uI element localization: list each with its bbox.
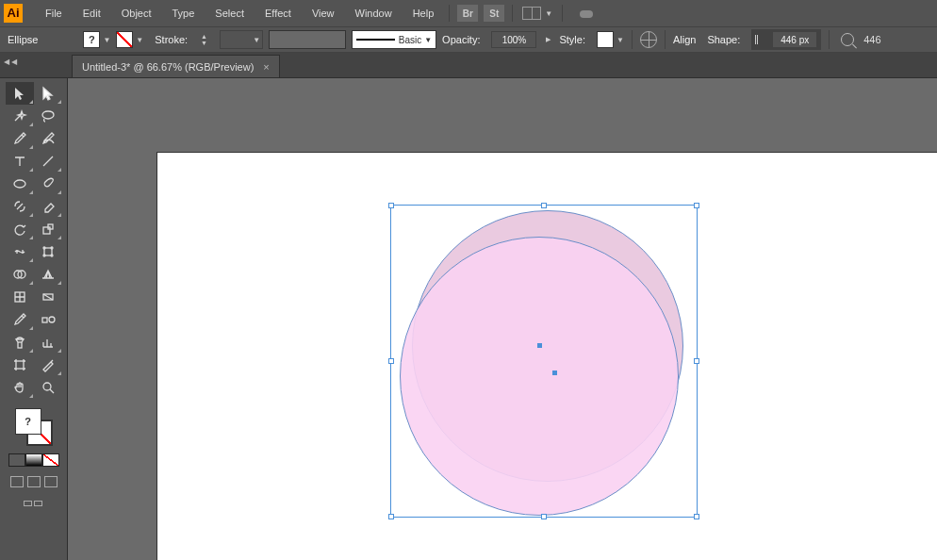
shape-builder-tool[interactable] <box>6 263 34 286</box>
stroke-weight-stepper[interactable]: ▲▼ <box>201 31 214 48</box>
menu-help[interactable]: Help <box>403 2 444 25</box>
symbol-sprayer-tool[interactable] <box>6 331 34 354</box>
resize-handle-bm[interactable] <box>541 514 547 519</box>
resize-handle-tm[interactable] <box>541 203 547 208</box>
separator <box>632 30 633 49</box>
shape-width-group: 446 px <box>751 29 821 50</box>
separator <box>829 30 830 49</box>
bridge-button[interactable]: Br <box>457 5 478 22</box>
ellipse-tool[interactable] <box>6 173 34 195</box>
paintbrush-tool[interactable] <box>34 173 62 195</box>
column-graph-tool[interactable] <box>34 331 62 354</box>
menu-select[interactable]: Select <box>205 2 254 25</box>
stroke-swatch[interactable]: ▼ <box>116 31 143 48</box>
menu-file[interactable]: File <box>36 2 72 25</box>
tools-panel: ? <box>0 77 68 560</box>
main-area: ? <box>0 77 937 560</box>
chevron-down-icon: ▼ <box>424 36 432 44</box>
canvas-area[interactable] <box>68 77 937 560</box>
type-tool[interactable] <box>6 150 34 173</box>
fill-stroke-control[interactable]: ? <box>13 406 55 448</box>
screen-mode-button[interactable] <box>24 501 44 516</box>
menu-view[interactable]: View <box>303 2 344 25</box>
menu-effect[interactable]: Effect <box>255 2 301 25</box>
document-tab[interactable]: Untitled-3* @ 66.67% (RGB/Preview) × <box>72 55 280 77</box>
magnifier-icon[interactable] <box>841 33 854 46</box>
opacity-label[interactable]: Opacity: <box>442 34 480 45</box>
layout-icon <box>522 7 541 20</box>
recolor-artwork-icon[interactable] <box>640 31 657 48</box>
tab-title: Untitled-3* @ 66.67% (RGB/Preview) <box>82 61 254 73</box>
draw-inside-icon[interactable] <box>44 476 58 487</box>
pen-tool[interactable] <box>6 127 34 150</box>
mesh-tool[interactable] <box>6 286 34 308</box>
variable-width-profile-combo[interactable] <box>269 30 346 49</box>
magic-wand-tool[interactable] <box>6 105 34 127</box>
chevron-down-icon: ▼ <box>136 36 143 44</box>
slice-tool[interactable] <box>34 354 62 376</box>
artboard-tool[interactable] <box>6 354 34 376</box>
fill-swatch-icon[interactable]: ? <box>15 408 41 435</box>
direct-selection-tool[interactable] <box>34 82 62 105</box>
draw-normal-icon[interactable] <box>10 476 24 487</box>
app-logo-icon: Ai <box>4 4 23 23</box>
resize-handle-br[interactable] <box>694 514 699 519</box>
style-label[interactable]: Style: <box>559 34 585 45</box>
eraser-tool[interactable] <box>34 195 62 218</box>
opacity-flyout[interactable]: ▶ <box>542 36 553 43</box>
resize-handle-ml[interactable] <box>388 358 394 364</box>
eyedropper-tool[interactable] <box>6 308 34 331</box>
resize-handle-tl[interactable] <box>388 203 394 208</box>
lasso-tool[interactable] <box>34 105 62 127</box>
menu-type[interactable]: Type <box>163 2 205 25</box>
draw-mode-row <box>10 476 58 487</box>
perspective-grid-tool[interactable] <box>34 263 62 286</box>
shape-label[interactable]: Shape: <box>707 34 740 45</box>
selection-tool[interactable] <box>6 82 34 105</box>
stroke-weight-combo[interactable]: ▼ <box>220 30 263 49</box>
shaper-tool[interactable] <box>6 195 34 218</box>
rotate-tool[interactable] <box>6 218 34 240</box>
collapse-handle-icon[interactable]: ◀◀ <box>4 57 17 66</box>
fill-swatch[interactable]: ▼ <box>83 31 110 48</box>
menu-bar: Ai File Edit Object Type Select Effect V… <box>0 0 937 26</box>
zoom-tool[interactable] <box>34 376 62 399</box>
document-tab-bar: Untitled-3* @ 66.67% (RGB/Preview) × <box>0 53 937 77</box>
selection-bounding-box[interactable] <box>390 205 698 518</box>
gradient-tool[interactable] <box>34 286 62 308</box>
resize-handle-tr[interactable] <box>694 203 699 208</box>
resize-handle-bl[interactable] <box>388 514 394 519</box>
control-bar: Ellipse ▼ ▼ Stroke: ▲▼ ▼ Basic ▼ Opacity… <box>0 26 937 53</box>
shape-width-field[interactable]: 446 px <box>772 31 817 48</box>
resize-handle-mr[interactable] <box>694 358 699 364</box>
artboard[interactable] <box>156 152 937 560</box>
style-preview-icon <box>597 31 614 48</box>
draw-behind-icon[interactable] <box>27 476 41 487</box>
stroke-label[interactable]: Stroke: <box>155 34 188 45</box>
color-mode-none[interactable] <box>42 453 59 467</box>
blend-tool[interactable] <box>34 308 62 331</box>
brush-definition-combo[interactable]: Basic ▼ <box>352 30 436 49</box>
graphic-style-swatch[interactable]: ▼ <box>597 31 624 48</box>
width-icon <box>755 35 768 44</box>
color-mode-gradient[interactable] <box>25 453 42 467</box>
align-label[interactable]: Align <box>673 34 696 45</box>
free-transform-tool[interactable] <box>34 240 62 263</box>
scale-tool[interactable] <box>34 218 62 240</box>
menu-window[interactable]: Window <box>346 2 402 25</box>
curvature-tool[interactable] <box>34 127 62 150</box>
ellipse-center-1 <box>537 343 542 348</box>
svg-rect-15 <box>16 361 24 369</box>
close-tab-icon[interactable]: × <box>263 61 269 73</box>
hand-tool[interactable] <box>6 376 34 399</box>
opacity-field[interactable]: 100% <box>491 31 536 48</box>
search-adobe-stock-icon[interactable] <box>578 7 597 20</box>
workspace-switcher[interactable]: ▼ <box>522 7 552 20</box>
line-segment-tool[interactable] <box>34 150 62 173</box>
width-tool[interactable] <box>6 240 34 263</box>
color-mode-solid[interactable] <box>8 453 25 467</box>
menu-object[interactable]: Object <box>112 2 161 25</box>
separator <box>449 5 450 22</box>
stock-button[interactable]: St <box>484 5 504 22</box>
menu-edit[interactable]: Edit <box>74 2 110 25</box>
